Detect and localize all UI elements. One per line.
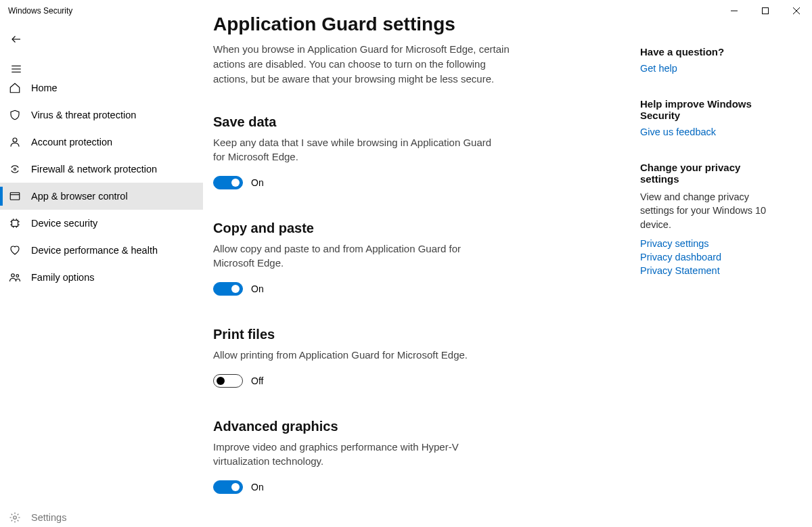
svg-point-9	[14, 168, 16, 170]
gear-icon	[8, 511, 22, 524]
close-button[interactable]	[781, 0, 812, 22]
nav-device[interactable]: Device security	[0, 210, 203, 237]
privacy-title: Change your privacy settings	[640, 162, 782, 185]
toggle-state-label: Off	[251, 375, 263, 386]
section-desc: Keep any data that I save while browsing…	[213, 135, 504, 164]
section-print-files: Print files Allow printing from Applicat…	[213, 327, 524, 388]
svg-rect-1	[763, 8, 769, 14]
svg-point-21	[12, 274, 15, 277]
page-intro: When you browse in Application Guard for…	[213, 42, 511, 86]
nav-label: Firewall & network protection	[31, 164, 157, 175]
toggle-state-label: On	[251, 482, 264, 492]
svg-rect-12	[12, 221, 18, 227]
nav-label: Account protection	[31, 137, 112, 147]
section-copy-paste: Copy and paste Allow copy and paste to a…	[213, 221, 524, 296]
svg-point-8	[13, 138, 17, 142]
right-column: Have a question? Get help Help improve W…	[640, 46, 782, 300]
section-title: Advanced graphics	[213, 419, 524, 434]
help-block: Have a question? Get help	[640, 46, 782, 74]
section-title: Copy and paste	[213, 221, 524, 236]
privacy-settings-link[interactable]: Privacy settings	[640, 238, 782, 249]
nav-label: Device security	[31, 218, 97, 229]
privacy-block: Change your privacy settings View and ch…	[640, 162, 782, 276]
nav-label: Family options	[31, 272, 94, 283]
feedback-link[interactable]: Give us feedback	[640, 127, 782, 137]
nav-account[interactable]: Account protection	[0, 129, 203, 156]
maximize-button[interactable]	[750, 0, 781, 22]
section-title: Print files	[213, 327, 524, 342]
nav-label: App & browser control	[31, 191, 128, 202]
get-help-link[interactable]: Get help	[640, 63, 782, 74]
home-icon	[8, 81, 22, 95]
toggle-copy-paste[interactable]	[213, 282, 243, 296]
toggle-state-label: On	[251, 177, 264, 188]
section-desc: Allow printing from Application Guard fo…	[213, 348, 504, 362]
minimize-button[interactable]	[719, 0, 750, 22]
sidebar: Home Virus & threat protection Account p…	[0, 74, 203, 291]
nav-home[interactable]: Home	[0, 74, 203, 101]
nav-performance[interactable]: Device performance & health	[0, 237, 203, 264]
svg-point-23	[14, 516, 17, 520]
window-title: Windows Security	[8, 6, 72, 16]
section-save-data: Save data Keep any data that I save whil…	[213, 114, 524, 189]
help-title: Have a question?	[640, 46, 782, 58]
nav-app-browser[interactable]: App & browser control	[0, 183, 203, 210]
privacy-text: View and change privacy settings for you…	[640, 190, 782, 231]
section-advanced-graphics: Advanced graphics Improve video and grap…	[213, 419, 524, 494]
app-browser-icon	[8, 189, 22, 203]
person-icon	[8, 135, 22, 149]
chip-icon	[8, 216, 22, 230]
toggle-save-data[interactable]	[213, 176, 243, 189]
shield-icon	[8, 108, 22, 122]
nav-label: Virus & threat protection	[31, 110, 136, 120]
back-button[interactable]	[0, 24, 32, 54]
privacy-statement-link[interactable]: Privacy Statement	[640, 265, 782, 276]
heart-icon	[8, 244, 22, 257]
nav-firewall[interactable]: Firewall & network protection	[0, 156, 203, 183]
toggle-state-label: On	[251, 283, 264, 294]
nav-virus[interactable]: Virus & threat protection	[0, 101, 203, 129]
feedback-title: Help improve Windows Security	[640, 98, 782, 121]
nav-settings[interactable]: Settings	[0, 504, 203, 527]
svg-point-22	[16, 275, 19, 277]
page-title: Application Guard settings	[213, 14, 524, 35]
privacy-dashboard-link[interactable]: Privacy dashboard	[640, 252, 782, 262]
nav-label: Device performance & health	[31, 245, 158, 256]
nav-label: Settings	[31, 512, 66, 523]
people-icon	[8, 271, 22, 284]
main-content: Application Guard settings When you brow…	[213, 14, 524, 501]
nav-family[interactable]: Family options	[0, 264, 203, 291]
section-desc: Allow copy and paste to and from Applica…	[213, 242, 504, 270]
nav-label: Home	[31, 83, 58, 93]
feedback-block: Help improve Windows Security Give us fe…	[640, 98, 782, 137]
network-icon	[8, 162, 22, 176]
section-title: Save data	[213, 114, 524, 130]
toggle-print-files[interactable]	[213, 374, 243, 388]
window-controls	[719, 0, 812, 22]
section-desc: Improve video and graphics performance w…	[213, 440, 504, 468]
svg-rect-10	[10, 193, 20, 200]
toggle-advanced-graphics[interactable]	[213, 480, 243, 494]
